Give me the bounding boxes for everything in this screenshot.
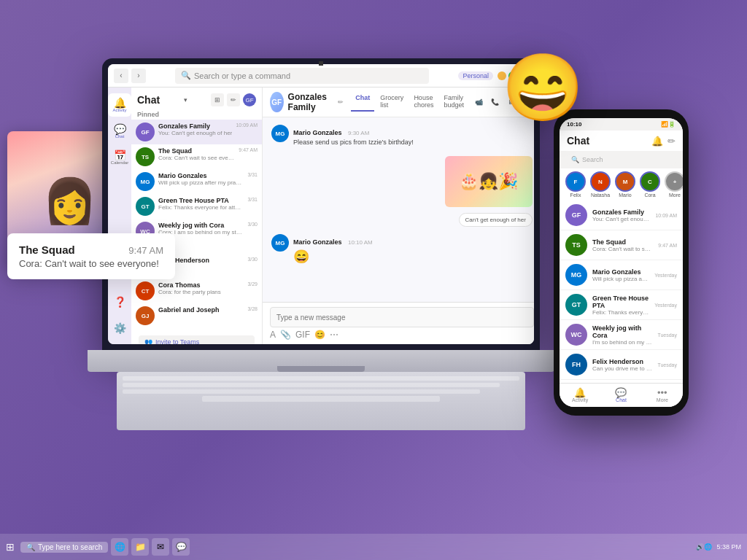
natasha-story-avatar: N bbox=[590, 171, 611, 192]
phone-felix-time: Tuesday bbox=[657, 362, 677, 368]
taskbar-search[interactable]: 🔍 Type here to search bbox=[20, 542, 108, 553]
emoji-3d-decoration: 😄 bbox=[499, 44, 587, 131]
phone-felix-preview: Can you drive me to the PTA today? bbox=[592, 365, 652, 372]
phone-chat-gonzales[interactable]: GF Gonzales Family You: Can't get enough… bbox=[560, 201, 683, 230]
user-avatar-small[interactable]: GF bbox=[243, 93, 256, 106]
story-cora[interactable]: C Cora bbox=[640, 171, 660, 198]
phone-chat-header: Chat 🔔 ✏ bbox=[560, 131, 683, 151]
phone-squad-body: The Squad Cora: Can't wait to see everyo… bbox=[592, 238, 653, 252]
squad-body: The Squad Cora: Can't wait to see everyo… bbox=[158, 147, 235, 161]
felix-story-name: Felix bbox=[570, 192, 581, 198]
story-felix[interactable]: F Felix bbox=[565, 171, 586, 198]
forward-button[interactable]: › bbox=[131, 69, 146, 83]
gonzales-family-body: Gonzales Family You: Can't get enough of… bbox=[158, 122, 232, 136]
nav-buttons: ‹ › bbox=[114, 69, 146, 83]
phone-search-placeholder: Search bbox=[582, 156, 603, 163]
invite-button[interactable]: 👥 Invite to Teams bbox=[139, 335, 255, 344]
phone-gonzales-avatar: GF bbox=[565, 204, 587, 226]
phone-activity-icon: 🔔 bbox=[574, 388, 586, 397]
gonzales-family-name: Gonzales Family bbox=[158, 122, 232, 130]
taskbar-app-4[interactable]: 💬 bbox=[172, 538, 190, 556]
phone-nav-activity[interactable]: 🔔 Activity bbox=[560, 386, 600, 404]
filter-button[interactable]: ⊞ bbox=[211, 93, 224, 106]
tab-chores[interactable]: House chores bbox=[409, 93, 438, 112]
phone-notification-icon[interactable]: 🔔 bbox=[651, 136, 663, 147]
invite-to-teams[interactable]: 👥 Invite to Teams bbox=[134, 331, 259, 344]
more-story-name: More bbox=[669, 192, 681, 198]
phone-felix-meta: Tuesday bbox=[657, 362, 677, 368]
attach-icon[interactable]: 📎 bbox=[280, 330, 291, 340]
squad-name: The Squad bbox=[158, 147, 235, 155]
taskbar-search-icon: 🔍 bbox=[26, 543, 35, 551]
chat-list-panel: Chat ▾ ⊞ ✏ GF Pinned GF Gonzales Famil bbox=[131, 88, 263, 344]
chat-item-gonzales-family[interactable]: GF Gonzales Family You: Can't get enough… bbox=[131, 120, 262, 144]
story-natasha[interactable]: N Natasha bbox=[590, 171, 611, 198]
sidebar-item-chat[interactable]: 💬 Chat bbox=[108, 120, 131, 143]
green-tree-avatar: GT bbox=[136, 197, 155, 216]
calendar-icon: 📅 bbox=[114, 150, 126, 160]
taskbar-icons-right: 🔊🌐 bbox=[696, 543, 712, 551]
tab-chat[interactable]: Chat bbox=[351, 93, 374, 112]
chat-title-dropdown[interactable]: ▾ bbox=[184, 96, 187, 104]
edit-icon[interactable]: ✏ bbox=[338, 98, 344, 106]
story-more[interactable]: + More bbox=[665, 171, 683, 198]
more-icon[interactable]: ⋯ bbox=[330, 330, 338, 340]
chat-item-squad[interactable]: TS The Squad Cora: Can't wait to see eve… bbox=[131, 144, 262, 169]
sidebar-item-calendar[interactable]: 📅 Calendar bbox=[108, 146, 131, 169]
phone-chat-weeklyjog[interactable]: WC Weekly jog with Cora I'm so behind on… bbox=[560, 320, 683, 350]
tab-grocery[interactable]: Grocery list bbox=[376, 93, 408, 112]
sidebar-item-activity[interactable]: 🔔 Activity bbox=[108, 93, 131, 117]
phone-chat-squad[interactable]: TS The Squad Cora: Can't wait to see eve… bbox=[560, 230, 683, 260]
search-icon: 🔍 bbox=[181, 71, 191, 80]
search-bar[interactable]: 🔍 Search or type a command bbox=[175, 68, 429, 84]
phone-chat-mario[interactable]: MG Mario Gonzales Will pick up pizza aft… bbox=[560, 260, 683, 290]
phone-nav-chat[interactable]: 💬 Chat bbox=[600, 386, 641, 404]
phone-search-bar[interactable]: 🔍 Search bbox=[565, 154, 677, 166]
chat-icon: 💬 bbox=[114, 124, 126, 134]
phone-container: 10:10 📶🔋 Chat 🔔 ✏ 🔍 Search F Felix N Nat… bbox=[554, 109, 689, 416]
phone-gonzales-body: Gonzales Family You: Can't get enough of… bbox=[592, 209, 650, 222]
taskbar-app-2[interactable]: 📁 bbox=[131, 538, 149, 556]
message-1: MG Mario Gonzales 9:30 AM Please send us… bbox=[271, 125, 533, 146]
input-toolbar: A 📎 GIF 😊 ⋯ bbox=[270, 330, 534, 340]
message-2: MG Mario Gonzales 10:10 AM 😄 bbox=[271, 234, 533, 265]
phone-compose-icon[interactable]: ✏ bbox=[667, 136, 676, 147]
phone-mario-name: Mario Gonzales bbox=[592, 268, 649, 276]
sticker-icon[interactable]: 😊 bbox=[314, 330, 325, 340]
taskbar-app-3[interactable]: ✉ bbox=[152, 538, 169, 556]
story-mario[interactable]: M Mario bbox=[615, 171, 635, 198]
format-icon[interactable]: A bbox=[270, 330, 276, 340]
phone-weeklyjog-body: Weekly jog with Cora I'm so behind on my… bbox=[592, 324, 652, 346]
chat-item-gabriel[interactable]: GJ Gabriel and Joseph 3/28 bbox=[131, 303, 262, 328]
teams-body: 🔔 Activity 💬 Chat 📅 Calendar ❓ bbox=[108, 88, 534, 344]
phone-chat-felix[interactable]: FH Felix Henderson Can you drive me to t… bbox=[560, 350, 683, 380]
phone-felix-name: Felix Henderson bbox=[592, 358, 652, 365]
gif-icon[interactable]: GIF bbox=[295, 330, 310, 340]
start-button[interactable]: ⊞ bbox=[6, 541, 15, 553]
phone-greentree-body: Green Tree House PTA Felix: Thanks every… bbox=[592, 295, 649, 316]
phone-weeklyjog-preview: I'm so behind on my step goals. bbox=[592, 339, 652, 346]
phone-felix-avatar: FH bbox=[565, 354, 587, 376]
laptop-screen: ‹ › 🔍 Search or type a command Personal bbox=[108, 64, 534, 344]
tab-budget[interactable]: Family budget bbox=[439, 93, 468, 112]
phone-weeklyjog-time: Tuesday bbox=[657, 332, 677, 338]
chat-item-cora[interactable]: CT Cora Thomas Cora: for the party plans… bbox=[131, 279, 262, 303]
sidebar-help-button[interactable]: ❓ bbox=[108, 290, 131, 314]
chat-item-green-tree[interactable]: GT Green Tree House PTA Felix: Thanks ev… bbox=[131, 194, 262, 219]
green-tree-time: 3/31 bbox=[247, 197, 258, 202]
sidebar-settings-button[interactable]: ⚙️ bbox=[108, 316, 131, 340]
phone-nav-more[interactable]: ••• More bbox=[642, 386, 683, 404]
taskbar-app-1[interactable]: 🌐 bbox=[111, 538, 128, 556]
chat-item-mario[interactable]: MG Mario Gonzales Will pick up pizza aft… bbox=[131, 169, 262, 194]
back-button[interactable]: ‹ bbox=[114, 69, 128, 83]
compose-button[interactable]: ✏ bbox=[227, 93, 240, 106]
gabriel-avatar: GJ bbox=[136, 306, 155, 325]
phone-chat-greentree[interactable]: GT Green Tree House PTA Felix: Thanks ev… bbox=[560, 290, 683, 320]
cora-story-name: Cora bbox=[644, 192, 655, 198]
message-input[interactable] bbox=[270, 307, 534, 327]
phone-squad-time: 9:47 AM bbox=[658, 243, 677, 248]
sidebar-bottom: ❓ ⚙️ bbox=[108, 290, 131, 340]
phone-greentree-name: Green Tree House PTA bbox=[592, 295, 649, 309]
video-call-button[interactable]: 📹 bbox=[473, 96, 486, 109]
taskbar-time: 5:38 PM bbox=[716, 543, 741, 551]
